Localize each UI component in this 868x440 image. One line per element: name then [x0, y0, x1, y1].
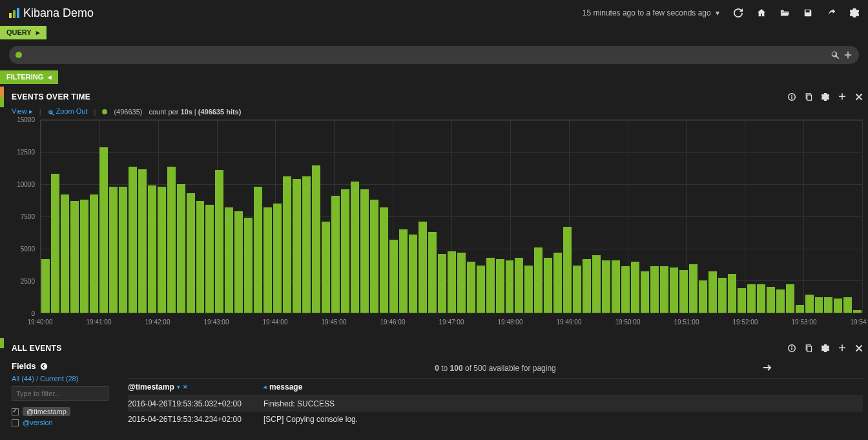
bar[interactable] [679, 270, 688, 313]
bar[interactable] [815, 297, 823, 313]
remove-col-icon[interactable]: ✕ [183, 384, 188, 390]
bar[interactable] [612, 260, 620, 313]
bar[interactable] [592, 255, 601, 313]
bar[interactable] [389, 240, 398, 313]
bar[interactable] [380, 207, 388, 313]
bar[interactable] [573, 266, 581, 313]
bar[interactable] [718, 278, 727, 313]
refresh-icon[interactable] [734, 8, 743, 17]
save-icon[interactable] [803, 8, 812, 17]
bar[interactable] [177, 184, 185, 313]
search-input[interactable] [26, 50, 827, 59]
chart-area[interactable]: 0250050007500100001250015000 19:40:0019:… [6, 120, 868, 333]
bar[interactable] [205, 205, 214, 313]
bar[interactable] [670, 267, 678, 313]
bar[interactable] [853, 310, 862, 313]
bar[interactable] [583, 259, 591, 313]
bar[interactable] [467, 262, 475, 313]
bar[interactable] [351, 182, 359, 313]
bar[interactable] [689, 264, 698, 313]
add-query-icon[interactable] [843, 50, 852, 59]
next-page-icon[interactable] [762, 362, 772, 373]
bar[interactable] [824, 297, 832, 313]
bar[interactable] [331, 196, 340, 313]
bar[interactable] [738, 288, 746, 313]
bar[interactable] [641, 271, 649, 313]
bar[interactable] [699, 280, 707, 313]
move-icon[interactable] [838, 344, 846, 352]
time-picker[interactable]: 15 minutes ago to a few seconds ago ▾ [583, 8, 719, 17]
chart-plot[interactable] [40, 120, 863, 313]
gear-icon[interactable] [822, 93, 829, 101]
close-icon[interactable] [855, 344, 863, 352]
bar[interactable] [244, 218, 253, 313]
bar[interactable] [360, 189, 369, 313]
checkbox-icon[interactable] [12, 408, 19, 415]
copy-icon[interactable] [805, 93, 812, 101]
bar[interactable] [834, 299, 842, 313]
bar[interactable] [486, 258, 495, 313]
info-icon[interactable] [788, 93, 796, 101]
bar[interactable] [728, 274, 736, 313]
bar[interactable] [515, 258, 523, 313]
bar[interactable] [234, 211, 243, 313]
bar[interactable] [273, 204, 282, 313]
bar[interactable] [708, 271, 717, 313]
close-icon[interactable] [855, 93, 863, 101]
bar[interactable] [602, 260, 610, 313]
field-filter-input[interactable] [12, 386, 108, 401]
column-timestamp[interactable]: @timestamp ▾ ✕ [128, 382, 264, 392]
bar[interactable] [418, 222, 427, 313]
bar[interactable] [805, 295, 814, 313]
checkbox-icon[interactable] [12, 419, 19, 426]
bar[interactable] [553, 253, 562, 313]
move-icon[interactable] [838, 93, 846, 101]
move-col-left-icon[interactable]: ◂ [264, 384, 267, 390]
bar[interactable] [786, 284, 794, 313]
search-icon[interactable] [831, 50, 840, 59]
bar[interactable] [409, 235, 417, 313]
table-row[interactable]: 2016-04-26T19:53:34.234+02:00[SCP] Copyi… [128, 412, 863, 427]
current-fields-link[interactable]: Current (28) [40, 375, 78, 382]
bar[interactable] [370, 200, 378, 313]
bar[interactable] [254, 187, 262, 313]
bar[interactable] [767, 287, 775, 313]
copy-icon[interactable] [805, 344, 812, 352]
gear-icon[interactable] [850, 8, 859, 17]
bar[interactable] [757, 284, 765, 313]
field-row-timestamp[interactable]: @timestamp [12, 406, 121, 417]
bar[interactable] [41, 259, 50, 313]
bar[interactable] [506, 260, 514, 313]
bar[interactable] [448, 251, 456, 313]
field-row-version[interactable]: @version [12, 417, 121, 428]
panel-grip[interactable] [0, 338, 4, 348]
info-icon[interactable] [788, 344, 796, 352]
bar[interactable] [61, 194, 69, 313]
bar[interactable] [843, 297, 852, 313]
bar[interactable] [621, 266, 630, 313]
bar[interactable] [747, 284, 756, 313]
bar[interactable] [457, 253, 466, 313]
bar[interactable] [148, 185, 156, 313]
view-link[interactable]: View ▸ [12, 107, 33, 116]
folder-open-icon[interactable] [780, 8, 789, 17]
bar[interactable] [196, 201, 205, 313]
app-logo[interactable]: Kibana Demo [9, 6, 94, 20]
gear-icon[interactable] [822, 344, 829, 352]
bar[interactable] [119, 187, 127, 313]
zoom-out-link[interactable]: Zoom Out [48, 107, 88, 115]
bar[interactable] [524, 266, 533, 313]
panel-grip[interactable] [0, 87, 4, 107]
bar[interactable] [322, 222, 330, 313]
fields-heading[interactable]: Fields [12, 359, 121, 373]
bar[interactable] [138, 169, 147, 313]
query-tab[interactable]: QUERY ▸ [0, 26, 46, 39]
share-icon[interactable] [827, 8, 836, 17]
filtering-tab[interactable]: FILTERING ◂ [0, 70, 58, 84]
bar[interactable] [283, 176, 291, 313]
bar[interactable] [264, 207, 272, 313]
bar[interactable] [70, 201, 79, 313]
column-message[interactable]: ◂ message [264, 382, 863, 392]
bar[interactable] [293, 179, 301, 313]
bar[interactable] [109, 187, 118, 313]
